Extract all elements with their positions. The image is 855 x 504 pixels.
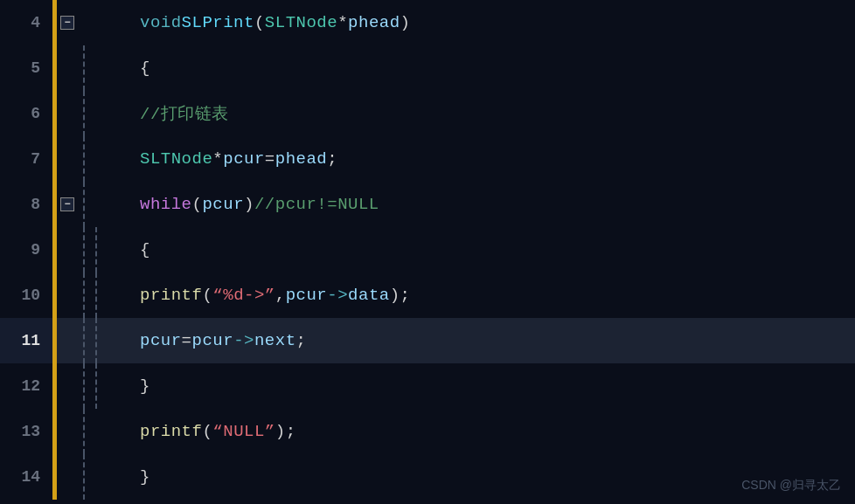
token-kw-star: * — [337, 13, 348, 32]
gutter — [52, 363, 131, 409]
indent-guide — [83, 227, 85, 273]
token-kw-param: phead — [348, 13, 400, 32]
code-line: 12} — [0, 363, 855, 409]
code-content: printf(“NULL”); — [131, 409, 855, 454]
line-number: 14 — [0, 454, 52, 500]
indent-guide — [83, 273, 85, 318]
fold-area — [57, 363, 78, 409]
code-line: 13printf(“NULL”); — [0, 409, 855, 454]
token-kw-param: data — [348, 286, 390, 305]
token-kw-param: phead — [275, 149, 328, 169]
gutter — [52, 227, 131, 273]
token-kw-plain: ; — [327, 149, 337, 169]
token-kw-while: while — [140, 195, 192, 214]
code-content: { — [131, 227, 855, 273]
code-line: 7SLTNode* pcur = phead; — [0, 136, 855, 182]
token-kw-plain: ; — [296, 331, 307, 350]
line-number: 13 — [0, 409, 52, 454]
line-number: 8 — [0, 182, 52, 227]
gutter: − — [52, 0, 131, 45]
code-content: SLTNode* pcur = phead; — [131, 136, 855, 182]
line-number: 6 — [0, 91, 52, 136]
token-kw-plain: ( — [192, 195, 203, 214]
token-kw-arrow: -> — [327, 286, 348, 305]
code-line: 10printf(“%d->”, pcur->data); — [0, 273, 855, 318]
indent-guide — [83, 409, 85, 454]
code-content: pcur = pcur->next; — [131, 318, 855, 363]
token-kw-param: next — [254, 331, 296, 350]
code-line: 8−while (pcur)//pcur!=NULL — [0, 182, 855, 227]
token-kw-type: SLTNode — [265, 13, 337, 32]
code-editor: 4−void SLPrint(SLTNode* phead)5{6//打印链表7… — [0, 0, 855, 504]
line-number: 9 — [0, 227, 52, 273]
indent-guide — [83, 91, 85, 136]
token-kw-plain: = — [182, 331, 192, 350]
code-line: 6//打印链表 — [0, 91, 855, 136]
gutter — [52, 409, 131, 454]
line-number: 12 — [0, 363, 52, 409]
fold-area — [57, 227, 78, 273]
token-kw-param: pcur — [286, 286, 328, 305]
code-content: { — [131, 45, 855, 91]
token-kw-star: * — [212, 149, 223, 169]
code-line: 14} — [0, 454, 855, 500]
line-number: 11 — [0, 318, 52, 363]
token-kw-comment: //打印链表 — [140, 102, 229, 125]
token-kw-plain: } — [140, 376, 150, 396]
token-kw-plain: { — [140, 240, 150, 259]
code-content: while (pcur)//pcur!=NULL — [131, 182, 855, 227]
gutter — [52, 454, 131, 500]
token-kw-plain: ( — [254, 13, 265, 32]
indent-guide — [83, 182, 85, 227]
gutter — [52, 91, 131, 136]
indent-guide — [83, 363, 85, 409]
fold-area[interactable]: − — [57, 0, 78, 45]
token-kw-plain: ); — [275, 422, 296, 441]
watermark: CSDN @归寻太乙 — [741, 478, 841, 494]
indent-guide — [95, 227, 97, 273]
token-kw-func-call: printf — [140, 286, 202, 305]
token-kw-plain: { — [140, 59, 150, 78]
token-kw-func-call: printf — [140, 422, 202, 441]
token-kw-func: SLPrint — [182, 13, 254, 32]
fold-box[interactable]: − — [60, 197, 74, 211]
fold-area[interactable]: − — [57, 182, 78, 227]
token-kw-param: pcur — [140, 331, 182, 350]
code-content: void SLPrint(SLTNode* phead) — [131, 0, 855, 45]
indent-guide — [95, 273, 97, 318]
token-kw-void: void — [140, 13, 182, 32]
gutter — [52, 273, 131, 318]
fold-area — [57, 136, 78, 182]
indent-guide — [83, 454, 85, 500]
token-kw-plain: ) — [244, 195, 254, 214]
fold-area — [57, 273, 78, 318]
fold-area — [57, 409, 78, 454]
fold-box[interactable]: − — [60, 16, 74, 30]
token-kw-plain: ) — [400, 13, 411, 32]
token-kw-plain: , — [275, 286, 286, 305]
code-area: 4−void SLPrint(SLTNode* phead)5{6//打印链表7… — [0, 0, 855, 504]
indent-guide — [95, 318, 97, 363]
indent-guide — [83, 45, 85, 91]
token-kw-type: SLTNode — [140, 149, 212, 169]
code-content: } — [131, 363, 855, 409]
token-kw-param: pcur — [192, 331, 234, 350]
line-number: 4 — [0, 0, 52, 45]
code-line: 4−void SLPrint(SLTNode* phead) — [0, 0, 855, 45]
indent-guide — [83, 136, 85, 182]
fold-area — [57, 91, 78, 136]
token-kw-plain: } — [140, 467, 150, 487]
gutter: − — [52, 182, 131, 227]
line-number: 5 — [0, 45, 52, 91]
gutter — [52, 136, 131, 182]
line-number: 7 — [0, 136, 52, 182]
code-line: 11pcur = pcur->next; — [0, 318, 855, 363]
code-content: printf(“%d->”, pcur->data); — [131, 273, 855, 318]
fold-area — [57, 454, 78, 500]
token-kw-param: pcur — [202, 195, 244, 214]
token-kw-string: “%d->” — [212, 286, 275, 305]
token-kw-plain: ); — [390, 286, 411, 305]
fold-area — [57, 45, 78, 91]
code-line: 9{ — [0, 227, 855, 273]
code-content: //打印链表 — [131, 91, 855, 136]
